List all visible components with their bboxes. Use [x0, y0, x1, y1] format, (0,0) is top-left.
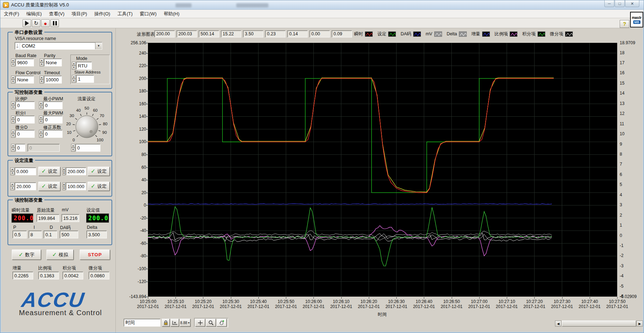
analog-button[interactable]: ✓模拟: [46, 249, 74, 260]
spinner[interactable]: ▲▼: [72, 62, 76, 70]
p-term-label: 比例项: [38, 265, 52, 271]
x-axis-tick: [369, 297, 369, 299]
mode-field[interactable]: ▲▼RTU: [72, 62, 92, 70]
chevron-down-icon[interactable]: ▼: [95, 42, 102, 49]
spinner[interactable]: ▲▼: [10, 182, 14, 190]
baud-rate-field[interactable]: ▲▼9600: [11, 59, 34, 66]
spinner[interactable]: ▲▼: [39, 116, 43, 123]
title-bar: ACCU 质量流量控制器 V5.0 ─ □ ✕: [0, 0, 644, 10]
legend-item[interactable]: 积分项: [522, 31, 545, 37]
scale-format-button[interactable]: 8.88▼: [180, 319, 190, 327]
menu-item[interactable]: 编辑(E): [23, 10, 45, 18]
y-right-tick-label: 17: [620, 60, 644, 65]
correction-field[interactable]: ▲▼0: [39, 130, 63, 138]
set-button-1[interactable]: ✓设定: [38, 167, 60, 176]
scrollbar-left-arrow[interactable]: ◀: [555, 321, 561, 327]
scrollbar-right-arrow[interactable]: ▶: [636, 321, 643, 327]
legend-item[interactable]: DA码: [401, 31, 421, 37]
flow-setpoint-knob[interactable]: 0102030405060708090100: [62, 101, 112, 144]
i-gain-field[interactable]: ▲▼0: [11, 116, 35, 123]
menu-item[interactable]: 帮助(H): [160, 10, 183, 18]
run-continuous-button[interactable]: ↻: [32, 19, 40, 27]
legend-item[interactable]: 比例项: [495, 31, 518, 37]
menu-item[interactable]: 项目(P): [68, 10, 90, 18]
spinner[interactable]: ▲▼: [40, 76, 44, 84]
d-gain-field[interactable]: ▲▼0: [11, 130, 35, 138]
set-flow-field-1[interactable]: ▲▼0.000: [10, 167, 36, 175]
spinner[interactable]: ▲▼: [71, 144, 75, 152]
cursor-tool-button[interactable]: [195, 319, 205, 327]
spinner[interactable]: ▲▼: [39, 130, 43, 138]
pause-button[interactable]: [50, 19, 59, 27]
spinner[interactable]: ▲▼: [39, 101, 43, 109]
spinner[interactable]: ▲▼: [11, 144, 15, 152]
spinner[interactable]: ▲▼: [10, 167, 14, 175]
legend-item[interactable]: 微分项: [550, 31, 573, 37]
abort-button[interactable]: ●: [41, 19, 50, 27]
spinner[interactable]: ▲▼: [63, 182, 65, 190]
spinner[interactable]: ▲▼: [11, 130, 15, 138]
legend-item[interactable]: 设定: [377, 31, 396, 37]
spinner[interactable]: ▲▼: [11, 59, 15, 66]
run-button[interactable]: [23, 19, 31, 27]
spinner[interactable]: ▲▼: [11, 116, 15, 123]
zoom-tool-button[interactable]: [206, 319, 216, 327]
menu-item[interactable]: 查看(V): [45, 10, 68, 18]
spinner[interactable]: ▲▼: [63, 167, 65, 175]
scale-lock-button[interactable]: [162, 319, 170, 327]
x-scale-name-field[interactable]: 时间: [124, 319, 160, 327]
help-button[interactable]: ?: [620, 20, 629, 28]
maximize-button[interactable]: □: [615, 0, 625, 7]
set-flow-field-4[interactable]: ▲▼100.000: [63, 182, 86, 190]
x-axis-tick: [175, 297, 176, 299]
menu-item[interactable]: 工具(T): [114, 10, 136, 18]
waveform-chart-plot[interactable]: [148, 43, 617, 297]
spinner[interactable]: ▲▼: [11, 76, 15, 84]
slave-address-field[interactable]: ▲▼1: [72, 75, 94, 83]
legend-item[interactable]: Delta: [447, 31, 467, 37]
pan-tool-button[interactable]: [217, 319, 227, 327]
min-pwm-field[interactable]: ▲▼0: [39, 101, 63, 109]
autoscale-x-button[interactable]: [170, 319, 179, 327]
y-left-tick-label: 120: [118, 127, 146, 132]
spinner[interactable]: ▲▼: [11, 101, 15, 109]
p-gain-field[interactable]: ▲▼0: [11, 101, 35, 109]
visa-label: VISA resource name: [15, 36, 56, 41]
scrollbar-thumb[interactable]: [562, 321, 636, 327]
set-button-3[interactable]: ✓设定: [38, 182, 60, 191]
menu-item[interactable]: 文件(F): [0, 10, 23, 18]
max-pwm-field[interactable]: ▲▼0: [39, 116, 63, 123]
stop-button[interactable]: STOP: [80, 249, 110, 260]
menu-item[interactable]: 窗口(W): [136, 10, 160, 18]
visa-resource-combo[interactable]: IO COM2 ▼: [15, 42, 102, 50]
menu-item[interactable]: 操作(O): [91, 10, 114, 18]
legend-item[interactable]: 增量: [471, 31, 490, 37]
flow-control-field[interactable]: ▲▼None: [11, 76, 34, 84]
set-flow-field-2[interactable]: ▲▼200.000: [63, 167, 86, 175]
spinner[interactable]: ▲▼: [40, 59, 44, 66]
check-icon: ✓: [19, 252, 23, 258]
timeout-field[interactable]: ▲▼10000: [40, 76, 62, 84]
baud-label: Baud Rate: [15, 53, 36, 58]
chart-value-box: 0.00: [309, 30, 330, 37]
set-button-2[interactable]: ✓设定: [88, 167, 110, 176]
knob-value-field[interactable]: ▲▼0: [71, 144, 100, 152]
logo-subtitle: Measurement & Control: [19, 309, 102, 317]
legend-label: mV: [426, 31, 432, 36]
set-flow-field-3[interactable]: ▲▼20.000: [10, 182, 36, 190]
legend-item[interactable]: 瞬时: [354, 31, 373, 37]
y-right-tick-label: 3: [620, 202, 644, 207]
close-button[interactable]: ✕: [625, 0, 639, 7]
digital-button[interactable]: ✓数字: [12, 249, 41, 260]
legend-swatch-icon: [388, 31, 396, 37]
minimize-button[interactable]: ─: [604, 0, 614, 7]
window-title: ACCU 质量流量控制器 V5.0: [11, 2, 69, 8]
x-axis-tick: [286, 297, 286, 299]
redacted-text: [236, 3, 268, 7]
parity-field[interactable]: ▲▼None: [40, 59, 62, 66]
legend-item[interactable]: mV: [426, 31, 442, 37]
group-title: 读控制器变量: [13, 197, 44, 203]
extra-small-field[interactable]: ▲▼0: [11, 144, 25, 152]
spinner[interactable]: ▲▼: [72, 75, 76, 83]
set-button-4[interactable]: ✓设定: [88, 182, 110, 191]
